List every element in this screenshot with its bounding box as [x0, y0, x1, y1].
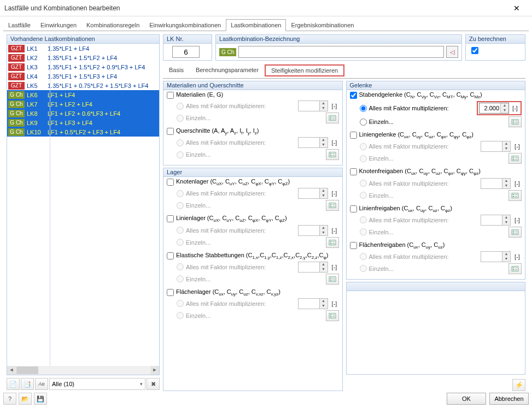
spin-down-icon: ▼ [502, 184, 510, 188]
filter-combo-value: Alle (10) [52, 381, 74, 387]
linienfreigaben-checkbox[interactable] [350, 205, 357, 212]
svg-rect-0 [329, 116, 336, 121]
lk-row[interactable]: G Ch LK10 LF1 + 0.5*LF2 + LF3 + LF4 [7, 127, 159, 137]
materialien-radio-all [177, 103, 184, 110]
lk-badge: GZT [8, 54, 25, 62]
close-button[interactable]: ✕ [506, 1, 528, 16]
factor-input[interactable] [480, 103, 500, 113]
linienlager-checkbox[interactable] [167, 215, 174, 222]
scroll-right-icon[interactable]: ► [150, 366, 159, 375]
lknr-input[interactable] [172, 46, 200, 58]
flaechenlager-title: Flächenlager (Cux, Cuy, Cuz, Cv,xz, Cv,y… [176, 288, 280, 297]
elastische-title: Elastische Stabbettungen (C1,x,C1,y,C1,z… [176, 252, 328, 260]
spin-up-icon: ▲ [320, 226, 328, 230]
bez-label: Lastkombination-Bezeichnung [216, 35, 461, 44]
spin-up-icon[interactable]: ▲ [501, 103, 508, 108]
scroll-left-icon[interactable]: ◄ [7, 366, 16, 375]
knotenlager-all-label: Alles mit Faktor multiplizieren: [186, 190, 296, 197]
spin-up-icon: ▲ [502, 179, 510, 184]
tab-lastfälle[interactable]: Lastfälle [3, 19, 36, 31]
lk-row[interactable]: G Ch LK7 LF1 + LF2 + LF4 [7, 99, 159, 109]
knotenlager-title: Knotenlager (CuX, CuY, CuZ, CφX, CφY, Cφ… [176, 178, 290, 186]
elastische-checkbox[interactable] [167, 252, 174, 259]
calc-checkbox[interactable] [471, 47, 478, 54]
knotenlager-checkbox[interactable] [167, 179, 174, 186]
tab-einwirkungskombinationen[interactable]: Einwirkungskombinationen [144, 19, 226, 31]
svg-rect-16 [330, 314, 331, 315]
flaechenlager-einzeln-button [326, 310, 339, 321]
flaechenlager-checkbox[interactable] [167, 289, 174, 296]
factor-spin: ▲▼ [298, 298, 328, 309]
delete-button[interactable]: ✖ [147, 378, 160, 390]
tab-lastkombinationen[interactable]: Lastkombinationen [226, 19, 286, 31]
save-button[interactable]: 💾 [34, 393, 47, 405]
horizontal-scrollbar[interactable]: ◄ ► [7, 366, 159, 375]
bez-input[interactable] [238, 46, 444, 58]
materialien-checkbox[interactable] [167, 92, 174, 99]
sort-button[interactable]: AB [35, 378, 48, 390]
subtab-2[interactable]: Steifigkeiten modifizieren [265, 64, 344, 76]
lk-row[interactable]: GZT LK3 1.35*LF1 + 1.5*LF2 + 0.9*LF3 + L… [7, 62, 159, 72]
scroll-thumb[interactable] [16, 366, 38, 374]
tab-kombinationsregeln[interactable]: Kombinationsregeln [81, 19, 144, 31]
lightning-button[interactable]: ⚡ [512, 379, 525, 391]
svg-rect-29 [513, 233, 515, 234]
lk-id: LK10 [26, 129, 48, 135]
factor-spin: ▲▼ [298, 137, 328, 148]
subtab-0[interactable]: Basis [163, 64, 190, 76]
tab-einwirkungen[interactable]: Einwirkungen [36, 19, 81, 31]
spin-down-icon: ▼ [502, 146, 510, 151]
flaechenfreigaben-title: Flächenfreigaben (Cux, Cuy, Cuz) [359, 241, 445, 250]
factor-input [299, 299, 319, 309]
factor-spin: ▲▼ [481, 251, 511, 262]
stabend-radio-einzeln[interactable] [360, 119, 367, 126]
lager-legend: Lager [163, 168, 342, 177]
stabend-einzeln-button[interactable] [508, 116, 522, 127]
liniengelenke-checkbox[interactable] [350, 132, 357, 139]
filter-combo[interactable]: Alle (10) ▾ [49, 378, 145, 390]
flaechenlager-all-label: Alles mit Faktor multiplizieren: [186, 300, 296, 307]
section-knotenlager: Knotenlager (CuX, CuY, CuZ, CφX, CφY, Cφ… [167, 178, 339, 211]
new-button[interactable]: 📄 [7, 378, 20, 390]
subtab-1[interactable]: Berechnungsparameter [190, 64, 265, 76]
unit-label: [-] [513, 217, 522, 223]
svg-rect-9 [329, 240, 336, 245]
cancel-button[interactable]: Abbrechen [489, 393, 529, 405]
linienfreigaben-all-label: Alles mit Faktor multiplizieren: [369, 217, 479, 223]
ok-button[interactable]: OK [447, 393, 486, 405]
querschnitte-einzeln-label: Einzeln... [186, 151, 321, 158]
spin-down-icon[interactable]: ▼ [501, 108, 508, 113]
flaechenlager-radio-einzeln [177, 312, 184, 319]
lknr-label: LK Nr. [163, 35, 212, 44]
spin-up-icon: ▲ [320, 299, 328, 304]
copy-button[interactable]: 📑 [21, 378, 34, 390]
lk-row[interactable]: GZT LK2 1.35*LF1 + 1.5*LF2 + LF4 [7, 53, 159, 62]
svg-rect-24 [512, 193, 518, 198]
knotenfreigaben-checkbox[interactable] [350, 168, 357, 175]
open-button[interactable]: 📂 [19, 393, 32, 405]
linienfreigaben-radio-einzeln [360, 228, 367, 235]
factor-spin[interactable]: ▲▼ [479, 103, 509, 114]
factor-spin: ▲▼ [481, 141, 511, 152]
factor-input [299, 262, 319, 272]
lk-id: LK8 [26, 110, 48, 117]
spin-down-icon: ▼ [320, 193, 328, 198]
bez-clear-button[interactable]: ◁ [446, 46, 458, 58]
elastische-einzeln-button [326, 274, 339, 285]
lk-row[interactable]: GZT LK4 1.35*LF1 + 1.5*LF3 + LF4 [7, 72, 159, 81]
lk-row[interactable]: G Ch LK9 LF1 + LF3 + LF4 [7, 118, 159, 127]
tab-ergebniskombinationen[interactable]: Ergebniskombinationen [286, 19, 359, 31]
help-button[interactable]: ? [3, 393, 16, 405]
lk-row[interactable]: GZT LK5 1.35*LF1 + 0.75*LF2 + 1.5*LF3 + … [7, 81, 159, 90]
liniengelenke-radio-einzeln [360, 155, 367, 162]
stabend-radio-all[interactable] [360, 105, 367, 112]
lk-row[interactable]: GZT LK1 1.35*LF1 + LF4 [7, 44, 159, 53]
flaechenfreigaben-checkbox[interactable] [350, 242, 357, 249]
factor-spin: ▲▼ [481, 178, 511, 189]
linienlager-title: Linienlager (CuX, CuY, CuZ, CφX, CφY, Cφ… [176, 215, 287, 223]
stabend-checkbox[interactable] [350, 92, 357, 99]
querschnitte-checkbox[interactable] [167, 128, 174, 135]
lk-row[interactable]: G Ch LK8 LF1 + LF2 + 0.6*LF3 + LF4 [7, 109, 159, 118]
factor-input [299, 101, 319, 111]
lk-row[interactable]: G Ch LK6 LF1 + LF4 [7, 90, 159, 99]
